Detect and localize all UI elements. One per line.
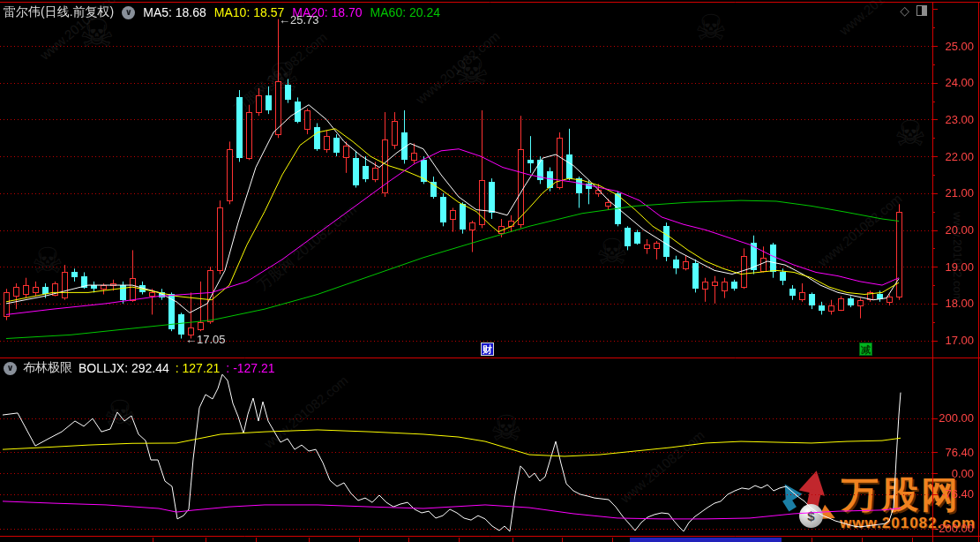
trade-badges-layer: 财减 — [0, 0, 980, 542]
trade-marker-badge[interactable]: 减 — [859, 343, 872, 356]
trade-marker-badge[interactable]: 财 — [481, 343, 494, 356]
trading-app-window: { "header": { "title": "雷尔伟(日线.前复权)", "m… — [0, 0, 980, 542]
